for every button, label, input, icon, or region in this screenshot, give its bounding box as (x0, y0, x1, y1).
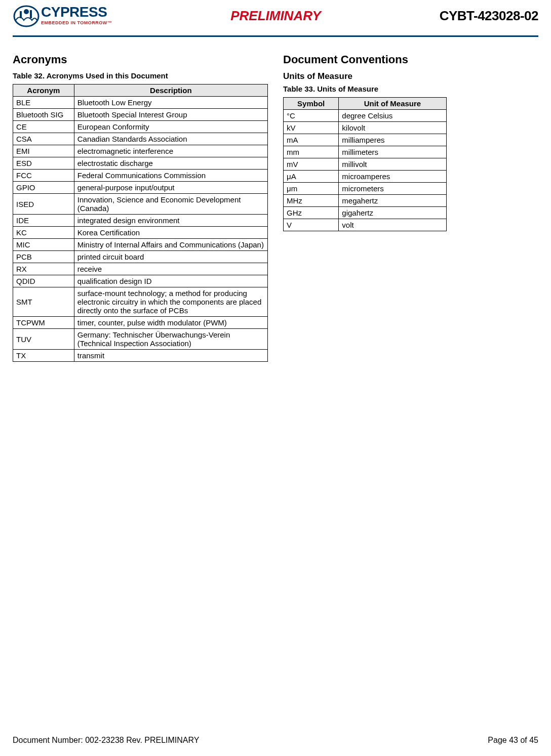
symbol-cell: V (284, 219, 339, 231)
units-th-symbol: Symbol (284, 98, 339, 110)
table-row: CSACanadian Standards Association (13, 133, 268, 145)
table-row: kVkilovolt (284, 122, 447, 134)
unit-cell: micrometers (339, 183, 446, 195)
unit-cell: megahertz (339, 195, 446, 207)
table-row: KCKorea Certification (13, 227, 268, 239)
acronym-cell: TX (13, 350, 74, 362)
footer-docnum: Document Number: 002-23238 Rev. PRELIMIN… (13, 736, 199, 745)
units-caption: Table 33. Units of Measure (283, 85, 538, 93)
content: Acronyms Table 32. Acronyms Used in this… (0, 37, 551, 362)
acronym-cell: KC (13, 227, 74, 239)
description-cell: electromagnetic interference (74, 145, 267, 157)
table-row: TXtransmit (13, 350, 268, 362)
table-row: SMTsurface-mount technology; a method fo… (13, 287, 268, 317)
table-row: IDEintegrated design environment (13, 215, 268, 227)
description-cell: qualification design ID (74, 275, 267, 287)
table-row: °Cdegree Celsius (284, 110, 447, 122)
description-cell: Federal Communications Commission (74, 170, 267, 182)
description-cell: surface-mount technology; a method for p… (74, 287, 267, 317)
unit-cell: microamperes (339, 171, 446, 183)
svg-rect-2 (30, 10, 32, 18)
acronym-cell: EMI (13, 145, 74, 157)
table-row: FCCFederal Communications Commission (13, 170, 268, 182)
table-row: GPIOgeneral-purpose input/output (13, 182, 268, 194)
description-cell: Innovation, Science and Economic Develop… (74, 194, 267, 215)
table-row: μAmicroamperes (284, 171, 447, 183)
symbol-cell: μm (284, 183, 339, 195)
acronyms-heading: Acronyms (13, 53, 268, 66)
units-th-unit: Unit of Measure (339, 98, 446, 110)
units-subhead: Units of Measure (283, 71, 538, 81)
table-row: Vvolt (284, 219, 447, 231)
table-row: TUVGermany: Technischer Überwachungs-Ver… (13, 329, 268, 350)
table-row: ISEDInnovation, Science and Economic Dev… (13, 194, 268, 215)
left-column: Acronyms Table 32. Acronyms Used in this… (13, 53, 268, 362)
unit-cell: gigahertz (339, 207, 446, 219)
acronym-cell: TUV (13, 329, 74, 350)
logo: CYPRESS EMBEDDED IN TOMORROW™ (13, 5, 112, 28)
table-row: mmmillimeters (284, 146, 447, 158)
acronyms-th-description: Description (74, 85, 267, 97)
acronym-cell: QDID (13, 275, 74, 287)
acronym-cell: BLE (13, 97, 74, 109)
description-cell: integrated design environment (74, 215, 267, 227)
description-cell: general-purpose input/output (74, 182, 267, 194)
unit-cell: millimeters (339, 146, 446, 158)
table-row: TCPWMtimer, counter, pulse width modulat… (13, 317, 268, 329)
cypress-logo-icon (13, 5, 40, 28)
footer: Document Number: 002-23238 Rev. PRELIMIN… (13, 736, 538, 745)
document-code: CYBT-423028-02 (440, 8, 538, 24)
description-cell: European Conformity (74, 121, 267, 133)
footer-page: Page 43 of 45 (488, 736, 538, 745)
acronym-cell: CE (13, 121, 74, 133)
symbol-cell: mm (284, 146, 339, 158)
acronym-cell: MIC (13, 239, 74, 251)
symbol-cell: GHz (284, 207, 339, 219)
acronyms-table: Acronym Description BLEBluetooth Low Ene… (13, 84, 268, 362)
page-header: CYPRESS EMBEDDED IN TOMORROW™ PRELIMINAR… (0, 0, 551, 35)
unit-cell: degree Celsius (339, 110, 446, 122)
description-cell: Ministry of Internal Affairs and Communi… (74, 239, 267, 251)
table-row: QDIDqualification design ID (13, 275, 268, 287)
table-row: CEEuropean Conformity (13, 121, 268, 133)
description-cell: timer, counter, pulse width modulator (P… (74, 317, 267, 329)
table-row: Bluetooth SIGBluetooth Special Interest … (13, 109, 268, 121)
units-table: Symbol Unit of Measure °Cdegree Celsiusk… (283, 97, 447, 231)
symbol-cell: °C (284, 110, 339, 122)
table-row: MICMinistry of Internal Affairs and Comm… (13, 239, 268, 251)
symbol-cell: kV (284, 122, 339, 134)
svg-point-3 (24, 9, 29, 14)
right-column: Document Conventions Units of Measure Ta… (283, 53, 538, 362)
unit-cell: volt (339, 219, 446, 231)
logo-text: CYPRESS (41, 5, 112, 19)
acronym-cell: TCPWM (13, 317, 74, 329)
unit-cell: millivolt (339, 158, 446, 171)
table-row: μmmicrometers (284, 183, 447, 195)
acronym-cell: ESD (13, 157, 74, 170)
symbol-cell: μA (284, 171, 339, 183)
acronym-cell: PCB (13, 251, 74, 263)
table-row: mAmilliamperes (284, 134, 447, 146)
description-cell: Canadian Standards Association (74, 133, 267, 145)
description-cell: electrostatic discharge (74, 157, 267, 170)
table-row: BLEBluetooth Low Energy (13, 97, 268, 109)
table-row: GHzgigahertz (284, 207, 447, 219)
table-row: EMIelectromagnetic interference (13, 145, 268, 157)
description-cell: Bluetooth Low Energy (74, 97, 267, 109)
table-row: mVmillivolt (284, 158, 447, 171)
acronyms-th-acronym: Acronym (13, 85, 74, 97)
acronyms-caption: Table 32. Acronyms Used in this Document (13, 71, 268, 80)
logo-tagline: EMBEDDED IN TOMORROW™ (41, 20, 112, 25)
description-cell: Bluetooth Special Interest Group (74, 109, 267, 121)
symbol-cell: MHz (284, 195, 339, 207)
table-row: RXreceive (13, 263, 268, 275)
acronym-cell: RX (13, 263, 74, 275)
description-cell: Germany: Technischer Überwachungs-Verein… (74, 329, 267, 350)
table-row: PCBprinted circuit board (13, 251, 268, 263)
unit-cell: milliamperes (339, 134, 446, 146)
preliminary-label: PRELIMINARY (230, 8, 321, 24)
table-row: ESDelectrostatic discharge (13, 157, 268, 170)
acronym-cell: IDE (13, 215, 74, 227)
acronym-cell: FCC (13, 170, 74, 182)
acronym-cell: ISED (13, 194, 74, 215)
